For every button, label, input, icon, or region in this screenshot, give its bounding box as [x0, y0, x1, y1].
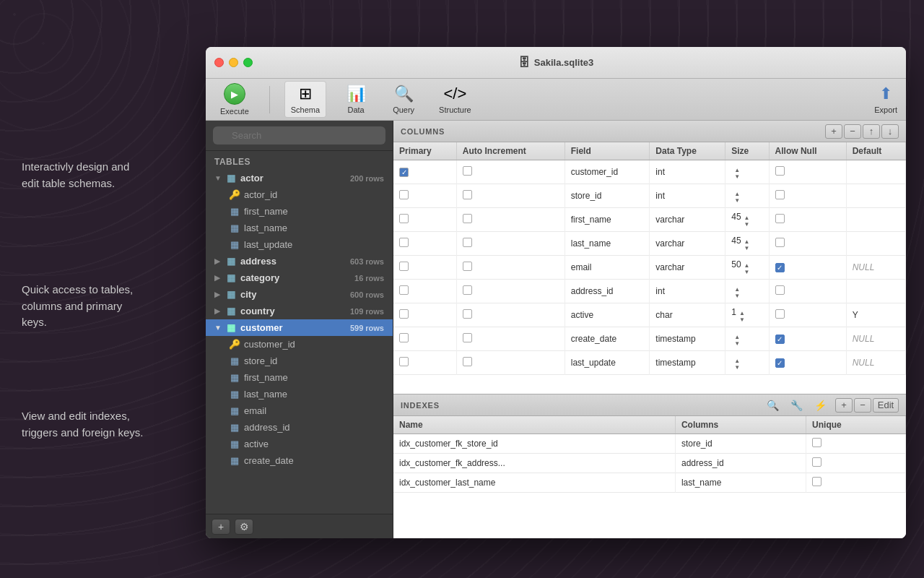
add-index-button[interactable]: +	[835, 398, 853, 413]
column-item-c-first_name[interactable]: ▦ first_name	[206, 369, 393, 386]
allownull-checkbox[interactable]: ✓	[775, 263, 785, 272]
column-item-address_id[interactable]: ▦ address_id	[206, 419, 393, 436]
type-cell: timestamp	[650, 327, 725, 351]
allownull-checkbox[interactable]: ✓	[775, 358, 785, 368]
add-column-button[interactable]: +	[825, 124, 842, 139]
data-icon: 📊	[346, 85, 366, 103]
table-row[interactable]: active char 1▲▼ Y	[393, 303, 906, 327]
list-item[interactable]: idx_customer_fk_address... address_id	[393, 454, 906, 473]
primary-checkbox[interactable]	[399, 309, 409, 319]
query-tab[interactable]: 🔍 Query	[385, 82, 422, 117]
table-item-customer[interactable]: ▼ ▦ customer 599 rows	[206, 319, 393, 336]
lightning-icon[interactable]: ⚡	[811, 398, 829, 413]
table-row[interactable]: email varchar 50▲▼ ✓ NULL	[393, 256, 906, 280]
primary-checkbox[interactable]	[399, 190, 409, 199]
allownull-checkbox[interactable]	[775, 309, 785, 319]
table-row[interactable]: address_id int ▲▼	[393, 280, 906, 303]
primary-checkbox[interactable]: ✓	[399, 168, 409, 177]
unique-checkbox[interactable]	[812, 457, 821, 467]
column-item-customer_id[interactable]: 🔑 customer_id	[206, 336, 393, 353]
wrench-icon[interactable]: 🔧	[788, 398, 806, 413]
idx-col-unique: Unique	[806, 416, 906, 434]
autoincrement-checkbox[interactable]	[463, 214, 472, 223]
search-input[interactable]	[213, 126, 385, 144]
move-up-button[interactable]: ↑	[863, 124, 880, 139]
add-table-button[interactable]: +	[212, 519, 230, 535]
primary-checkbox[interactable]	[399, 333, 409, 342]
table-row[interactable]: store_id int ▲▼	[393, 184, 906, 208]
autoincrement-checkbox[interactable]	[463, 190, 472, 199]
table-row[interactable]: ✓ customer_id int ▲▼	[393, 160, 906, 184]
autoincrement-checkbox[interactable]	[463, 333, 472, 342]
main-window: 🗄 Sakila.sqlite3 ▶ Execute ⊞ Schema 📊 Da…	[206, 47, 906, 538]
table-row[interactable]: create_date timestamp ▲▼ ✓ NULL	[393, 327, 906, 351]
col-header-datatype: Data Type	[650, 142, 725, 160]
column-item-c-last_name[interactable]: ▦ last_name	[206, 386, 393, 402]
unique-checkbox[interactable]	[812, 438, 821, 447]
structure-tab[interactable]: </> Structure	[433, 82, 477, 117]
primary-checkbox[interactable]	[399, 214, 409, 223]
field-cell: last_update	[565, 351, 650, 375]
list-item[interactable]: idx_customer_last_name last_name	[393, 473, 906, 493]
col-header-primary: Primary	[393, 142, 456, 160]
table-item-actor[interactable]: ▼ ▦ actor 200 rows	[206, 170, 393, 186]
table-item-address[interactable]: ▶ ▦ address 603 rows	[206, 253, 393, 269]
autoincrement-checkbox[interactable]	[463, 166, 472, 176]
autoincrement-checkbox[interactable]	[463, 238, 472, 247]
data-tab[interactable]: 📊 Data	[338, 82, 374, 117]
primary-checkbox[interactable]	[399, 285, 409, 295]
search-container: 🔍	[213, 126, 385, 144]
allownull-checkbox[interactable]	[775, 166, 785, 176]
autoincrement-checkbox[interactable]	[463, 309, 472, 319]
move-down-button[interactable]: ↓	[881, 124, 899, 139]
column-item-actor_id[interactable]: 🔑 actor_id	[206, 186, 393, 203]
column-item-last_update[interactable]: ▦ last_update	[206, 236, 393, 253]
schema-tab[interactable]: ⊞ Schema	[284, 81, 326, 118]
column-item-active[interactable]: ▦ active	[206, 436, 393, 452]
edit-index-button[interactable]: Edit	[873, 398, 899, 413]
table-item-city[interactable]: ▶ ▦ city 600 rows	[206, 286, 393, 303]
table-item-category[interactable]: ▶ ▦ category 16 rows	[206, 269, 393, 286]
list-item[interactable]: idx_customer_fk_store_id store_id	[393, 434, 906, 454]
type-cell: char	[650, 303, 725, 327]
settings-button[interactable]: ⚙	[235, 519, 253, 535]
primary-checkbox[interactable]	[399, 262, 409, 271]
structure-icon: </>	[444, 85, 467, 103]
close-button[interactable]	[214, 58, 224, 67]
column-item-first_name[interactable]: ▦ first_name	[206, 203, 393, 220]
arrow-icon: ▶	[214, 290, 222, 298]
minimize-button[interactable]	[229, 58, 238, 67]
allownull-checkbox[interactable]	[775, 214, 785, 223]
table-row[interactable]: last_name varchar 45▲▼	[393, 232, 906, 256]
table-row[interactable]: first_name varchar 45▲▼	[393, 208, 906, 232]
autoincrement-checkbox[interactable]	[463, 357, 472, 366]
primary-checkbox[interactable]	[399, 238, 409, 247]
search-index-icon[interactable]: 🔍	[764, 398, 782, 413]
type-cell: timestamp	[650, 351, 725, 375]
allownull-checkbox[interactable]	[775, 285, 785, 295]
remove-index-button[interactable]: −	[854, 398, 871, 413]
maximize-button[interactable]	[243, 58, 253, 67]
column-item-create_date[interactable]: ▦ create_date	[206, 452, 393, 469]
column-icon: ▦	[229, 455, 240, 466]
autoincrement-checkbox[interactable]	[463, 285, 472, 295]
size-cell: ▲▼	[725, 280, 769, 303]
allownull-checkbox[interactable]: ✓	[775, 335, 785, 344]
columns-header: COLUMNS + − ↑ ↓	[393, 121, 906, 142]
indexes-section: INDEXES 🔍 🔧 ⚡ + − Edit	[393, 394, 906, 538]
table-item-country[interactable]: ▶ ▦ country 109 rows	[206, 303, 393, 319]
execute-button[interactable]: ▶ Execute	[214, 80, 255, 118]
autoincrement-checkbox[interactable]	[463, 262, 472, 271]
unique-checkbox[interactable]	[812, 477, 821, 486]
primary-checkbox[interactable]	[399, 357, 409, 366]
export-button[interactable]: ⬆ Export	[874, 85, 897, 114]
allownull-checkbox[interactable]	[775, 238, 785, 247]
remove-column-button[interactable]: −	[844, 124, 861, 139]
column-item-last_name[interactable]: ▦ last_name	[206, 220, 393, 236]
table-row[interactable]: last_update timestamp ▲▼ ✓ NULL	[393, 351, 906, 375]
field-cell: active	[565, 303, 650, 327]
column-item-email[interactable]: ▦ email	[206, 402, 393, 419]
column-icon: ▦	[229, 223, 240, 233]
allownull-checkbox[interactable]	[775, 190, 785, 199]
column-item-store_id[interactable]: ▦ store_id	[206, 353, 393, 369]
